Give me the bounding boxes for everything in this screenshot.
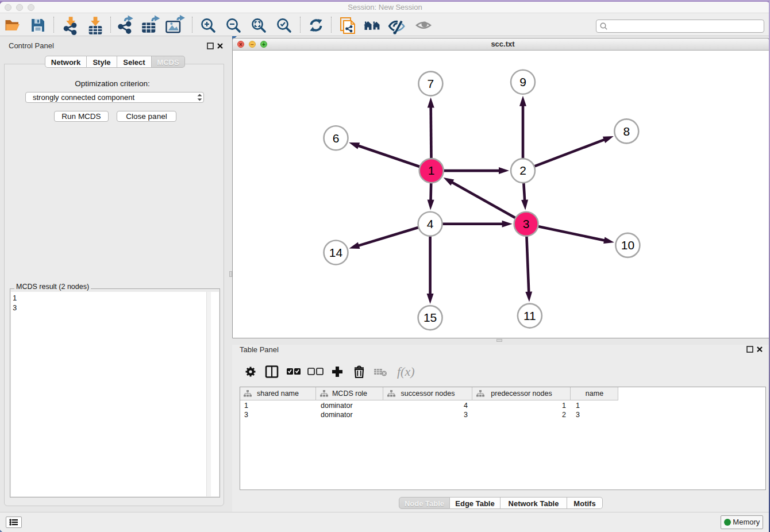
svg-text:4: 4 xyxy=(427,217,434,230)
svg-text:9: 9 xyxy=(519,75,526,88)
svg-text:11: 11 xyxy=(523,309,536,322)
svg-text:7: 7 xyxy=(428,77,434,90)
svg-text:15: 15 xyxy=(424,311,437,324)
svg-text:1: 1 xyxy=(428,164,435,177)
svg-text:2: 2 xyxy=(519,164,526,177)
svg-text:10: 10 xyxy=(621,238,634,252)
svg-text:8: 8 xyxy=(623,125,630,138)
svg-text:3: 3 xyxy=(523,217,530,230)
svg-text:f(x): f(x) xyxy=(397,364,415,379)
svg-text:14: 14 xyxy=(329,246,343,259)
svg-text:6: 6 xyxy=(333,132,340,145)
